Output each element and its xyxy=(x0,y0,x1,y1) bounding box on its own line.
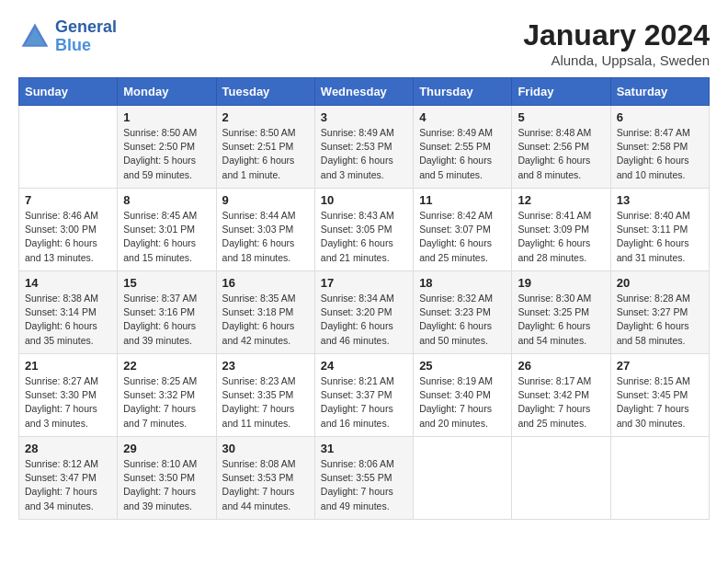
day-number: 11 xyxy=(419,193,506,207)
day-info: Sunrise: 8:47 AM Sunset: 2:58 PM Dayligh… xyxy=(617,126,703,182)
day-info: Sunrise: 8:49 AM Sunset: 2:53 PM Dayligh… xyxy=(321,126,407,182)
header-sunday: Sunday xyxy=(19,78,118,106)
calendar-cell xyxy=(414,437,512,520)
calendar-cell: 21Sunrise: 8:27 AM Sunset: 3:30 PM Dayli… xyxy=(19,354,118,437)
calendar-cell: 17Sunrise: 8:34 AM Sunset: 3:20 PM Dayli… xyxy=(314,271,413,354)
calendar-cell: 10Sunrise: 8:43 AM Sunset: 3:05 PM Dayli… xyxy=(314,189,413,271)
day-number: 3 xyxy=(321,110,407,124)
day-info: Sunrise: 8:44 AM Sunset: 3:03 PM Dayligh… xyxy=(222,209,309,265)
header-wednesday: Wednesday xyxy=(314,78,413,106)
day-info: Sunrise: 8:30 AM Sunset: 3:25 PM Dayligh… xyxy=(518,292,604,348)
week-row-3: 14Sunrise: 8:38 AM Sunset: 3:14 PM Dayli… xyxy=(19,271,710,354)
day-number: 14 xyxy=(25,276,111,290)
calendar-cell: 20Sunrise: 8:28 AM Sunset: 3:27 PM Dayli… xyxy=(610,271,709,354)
day-number: 19 xyxy=(518,276,604,290)
calendar-cell: 3Sunrise: 8:49 AM Sunset: 2:53 PM Daylig… xyxy=(314,106,413,189)
day-number: 4 xyxy=(419,110,506,124)
calendar-cell: 29Sunrise: 8:10 AM Sunset: 3:50 PM Dayli… xyxy=(118,437,216,520)
calendar-cell: 9Sunrise: 8:44 AM Sunset: 3:03 PM Daylig… xyxy=(216,189,314,271)
logo-general: General xyxy=(55,17,117,36)
logo-icon xyxy=(18,20,51,53)
title-block: January 2024 Alunda, Uppsala, Sweden xyxy=(523,18,710,68)
calendar-cell: 14Sunrise: 8:38 AM Sunset: 3:14 PM Dayli… xyxy=(19,271,118,354)
day-number: 2 xyxy=(222,110,309,124)
day-number: 16 xyxy=(222,276,309,290)
calendar-cell xyxy=(610,437,709,520)
day-info: Sunrise: 8:12 AM Sunset: 3:47 PM Dayligh… xyxy=(25,457,111,513)
day-info: Sunrise: 8:32 AM Sunset: 3:23 PM Dayligh… xyxy=(419,292,506,348)
calendar-cell: 23Sunrise: 8:23 AM Sunset: 3:35 PM Dayli… xyxy=(216,354,314,437)
calendar-table: SundayMondayTuesdayWednesdayThursdayFrid… xyxy=(18,77,710,520)
day-info: Sunrise: 8:34 AM Sunset: 3:20 PM Dayligh… xyxy=(321,292,407,348)
logo-text: General Blue xyxy=(55,18,117,55)
day-info: Sunrise: 8:19 AM Sunset: 3:40 PM Dayligh… xyxy=(419,374,506,431)
calendar-cell: 24Sunrise: 8:21 AM Sunset: 3:37 PM Dayli… xyxy=(314,354,413,437)
day-info: Sunrise: 8:08 AM Sunset: 3:53 PM Dayligh… xyxy=(222,457,309,513)
header-thursday: Thursday xyxy=(414,78,512,106)
day-number: 6 xyxy=(617,110,703,124)
day-info: Sunrise: 8:42 AM Sunset: 3:07 PM Dayligh… xyxy=(419,209,506,265)
day-info: Sunrise: 8:43 AM Sunset: 3:05 PM Dayligh… xyxy=(321,209,407,265)
day-number: 17 xyxy=(321,276,407,290)
calendar-cell: 30Sunrise: 8:08 AM Sunset: 3:53 PM Dayli… xyxy=(216,437,314,520)
day-number: 9 xyxy=(222,193,309,207)
day-number: 23 xyxy=(222,359,309,373)
day-info: Sunrise: 8:49 AM Sunset: 2:55 PM Dayligh… xyxy=(419,126,506,182)
calendar-cell: 25Sunrise: 8:19 AM Sunset: 3:40 PM Dayli… xyxy=(414,354,512,437)
logo-blue: Blue xyxy=(55,36,91,54)
day-number: 21 xyxy=(25,359,111,373)
day-info: Sunrise: 8:23 AM Sunset: 3:35 PM Dayligh… xyxy=(222,374,309,431)
day-number: 26 xyxy=(518,359,604,373)
page-header: General Blue January 2024 Alunda, Uppsal… xyxy=(18,18,710,68)
calendar-cell: 28Sunrise: 8:12 AM Sunset: 3:47 PM Dayli… xyxy=(19,437,118,520)
day-number: 27 xyxy=(617,359,703,373)
day-info: Sunrise: 8:06 AM Sunset: 3:55 PM Dayligh… xyxy=(321,457,407,513)
day-info: Sunrise: 8:46 AM Sunset: 3:00 PM Dayligh… xyxy=(25,209,111,265)
calendar-cell: 15Sunrise: 8:37 AM Sunset: 3:16 PM Dayli… xyxy=(118,271,216,354)
day-number: 10 xyxy=(321,193,407,207)
calendar-cell xyxy=(19,106,118,189)
day-number: 13 xyxy=(617,193,703,207)
day-info: Sunrise: 8:21 AM Sunset: 3:37 PM Dayligh… xyxy=(321,374,407,431)
day-number: 30 xyxy=(222,442,309,455)
day-info: Sunrise: 8:45 AM Sunset: 3:01 PM Dayligh… xyxy=(123,209,210,265)
day-number: 12 xyxy=(518,193,604,207)
day-number: 22 xyxy=(123,359,210,373)
day-info: Sunrise: 8:15 AM Sunset: 3:45 PM Dayligh… xyxy=(617,374,703,431)
header-monday: Monday xyxy=(118,78,216,106)
day-number: 5 xyxy=(518,110,604,124)
calendar-cell: 13Sunrise: 8:40 AM Sunset: 3:11 PM Dayli… xyxy=(610,189,709,271)
day-number: 29 xyxy=(123,442,210,455)
day-number: 20 xyxy=(617,276,703,290)
day-info: Sunrise: 8:25 AM Sunset: 3:32 PM Dayligh… xyxy=(123,374,210,431)
calendar-cell xyxy=(512,437,610,520)
calendar-header-row: SundayMondayTuesdayWednesdayThursdayFrid… xyxy=(19,78,710,106)
day-number: 8 xyxy=(123,193,210,207)
calendar-cell: 4Sunrise: 8:49 AM Sunset: 2:55 PM Daylig… xyxy=(414,106,512,189)
calendar-cell: 7Sunrise: 8:46 AM Sunset: 3:00 PM Daylig… xyxy=(19,189,118,271)
day-info: Sunrise: 8:50 AM Sunset: 2:50 PM Dayligh… xyxy=(123,126,210,182)
calendar-cell: 16Sunrise: 8:35 AM Sunset: 3:18 PM Dayli… xyxy=(216,271,314,354)
calendar-cell: 18Sunrise: 8:32 AM Sunset: 3:23 PM Dayli… xyxy=(414,271,512,354)
week-row-5: 28Sunrise: 8:12 AM Sunset: 3:47 PM Dayli… xyxy=(19,437,710,520)
calendar-cell: 19Sunrise: 8:30 AM Sunset: 3:25 PM Dayli… xyxy=(512,271,610,354)
calendar-cell: 27Sunrise: 8:15 AM Sunset: 3:45 PM Dayli… xyxy=(610,354,709,437)
location-subtitle: Alunda, Uppsala, Sweden xyxy=(523,52,710,68)
day-info: Sunrise: 8:48 AM Sunset: 2:56 PM Dayligh… xyxy=(518,126,604,182)
week-row-2: 7Sunrise: 8:46 AM Sunset: 3:00 PM Daylig… xyxy=(19,189,710,271)
month-year-title: January 2024 xyxy=(523,18,710,52)
day-info: Sunrise: 8:27 AM Sunset: 3:30 PM Dayligh… xyxy=(25,374,111,431)
calendar-cell: 22Sunrise: 8:25 AM Sunset: 3:32 PM Dayli… xyxy=(118,354,216,437)
calendar-cell: 26Sunrise: 8:17 AM Sunset: 3:42 PM Dayli… xyxy=(512,354,610,437)
day-info: Sunrise: 8:37 AM Sunset: 3:16 PM Dayligh… xyxy=(123,292,210,348)
week-row-4: 21Sunrise: 8:27 AM Sunset: 3:30 PM Dayli… xyxy=(19,354,710,437)
day-number: 7 xyxy=(25,193,111,207)
day-number: 28 xyxy=(25,442,111,455)
day-info: Sunrise: 8:10 AM Sunset: 3:50 PM Dayligh… xyxy=(123,457,210,513)
header-friday: Friday xyxy=(512,78,610,106)
calendar-cell: 12Sunrise: 8:41 AM Sunset: 3:09 PM Dayli… xyxy=(512,189,610,271)
calendar-cell: 31Sunrise: 8:06 AM Sunset: 3:55 PM Dayli… xyxy=(314,437,413,520)
week-row-1: 1Sunrise: 8:50 AM Sunset: 2:50 PM Daylig… xyxy=(19,106,710,189)
day-info: Sunrise: 8:28 AM Sunset: 3:27 PM Dayligh… xyxy=(617,292,703,348)
day-info: Sunrise: 8:50 AM Sunset: 2:51 PM Dayligh… xyxy=(222,126,309,182)
